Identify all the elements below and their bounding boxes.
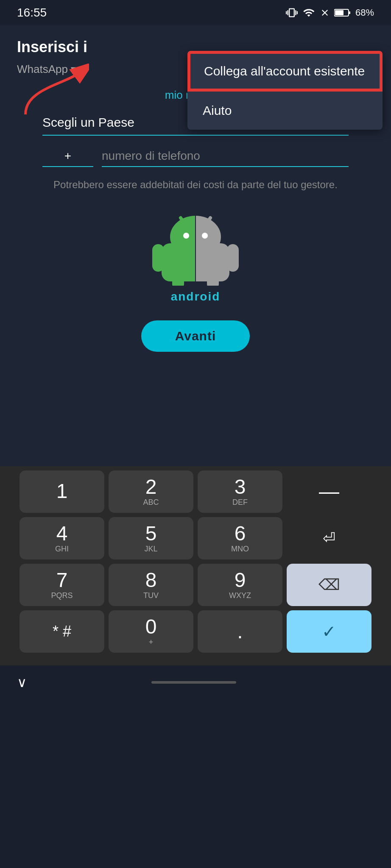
svg-rect-17: [227, 244, 239, 272]
arrow-container: [13, 64, 89, 120]
key-minus[interactable]: —: [287, 470, 371, 513]
help-label: Aiuto: [203, 103, 232, 117]
main-content: Inserisci i WhatsApp ▾ Collega all'accou…: [0, 25, 391, 466]
android-label: android: [171, 290, 221, 303]
key-5-main: 5: [145, 523, 157, 544]
battery-level: 68%: [355, 7, 374, 18]
status-icons: 68%: [286, 7, 374, 19]
svg-rect-11: [152, 244, 164, 272]
key-2[interactable]: 2 ABC: [109, 470, 193, 513]
keyboard-row-4: * # 0 + . ✓: [4, 610, 387, 653]
android-logo: [149, 209, 242, 286]
country-code-input[interactable]: [42, 146, 93, 167]
key-star-hash[interactable]: * #: [20, 610, 104, 653]
svg-rect-12: [172, 276, 184, 286]
key-3-main: 3: [235, 477, 246, 497]
svg-point-10: [183, 233, 189, 239]
svg-rect-2: [349, 11, 350, 14]
key-backspace-main: ⌫: [318, 577, 340, 593]
key-0[interactable]: 0 +: [109, 610, 193, 653]
carrier-info-text: Potrebbero essere addebitati dei costi d…: [34, 177, 357, 192]
wifi-icon: [302, 7, 316, 19]
key-4-sub: GHI: [55, 545, 69, 554]
key-6-sub: MNO: [231, 545, 249, 554]
key-enter-main: ⏎: [323, 531, 335, 546]
help-button[interactable]: Aiuto: [187, 92, 383, 130]
key-9-main: 9: [235, 570, 246, 590]
dropdown-item-link-account-wrapper: Collega all'account esistente: [187, 51, 383, 92]
key-confirm[interactable]: ✓: [287, 610, 371, 653]
key-dot-main: .: [237, 621, 243, 642]
key-8-main: 8: [145, 570, 157, 590]
link-account-button[interactable]: Collega all'account esistente: [187, 51, 383, 92]
key-5-sub: JKL: [144, 545, 157, 554]
key-7-sub: PQRS: [51, 591, 73, 600]
phone-row: [42, 146, 349, 167]
key-5[interactable]: 5 JKL: [109, 517, 193, 559]
key-0-main: 0: [145, 617, 157, 637]
key-enter[interactable]: ⏎: [287, 517, 371, 559]
avanti-button[interactable]: Avanti: [141, 320, 250, 352]
bottom-bar: ∨: [0, 665, 391, 699]
key-0-sub: +: [149, 638, 154, 647]
key-2-sub: ABC: [143, 498, 159, 507]
key-3-sub: DEF: [232, 498, 248, 507]
key-4-main: 4: [56, 523, 68, 544]
home-indicator: [151, 681, 236, 684]
keyboard-row-1: 1 2 ABC 3 DEF —: [4, 470, 387, 513]
key-7-main: 7: [56, 570, 68, 590]
key-star-hash-main: * #: [53, 624, 71, 639]
key-8[interactable]: 8 TUV: [109, 564, 193, 606]
key-7[interactable]: 7 PQRS: [20, 564, 104, 606]
status-bar: 16:55 68%: [0, 0, 391, 25]
key-dot[interactable]: .: [198, 610, 282, 653]
key-9[interactable]: 9 WXYZ: [198, 564, 282, 606]
key-1[interactable]: 1: [20, 470, 104, 513]
red-arrow-icon: [13, 64, 89, 119]
phone-number-input[interactable]: [102, 146, 349, 167]
keyboard-row-3: 7 PQRS 8 TUV 9 WXYZ ⌫: [4, 564, 387, 606]
key-3[interactable]: 3 DEF: [198, 470, 282, 513]
android-area: android: [17, 209, 374, 303]
vibrate-icon: [286, 7, 298, 19]
key-4[interactable]: 4 GHI: [20, 517, 104, 559]
keyboard-row-2: 4 GHI 5 JKL 6 MNO ⏎: [4, 517, 387, 559]
key-6-main: 6: [235, 523, 246, 544]
key-9-sub: WXYZ: [229, 591, 251, 600]
close-icon: [320, 8, 330, 18]
svg-rect-18: [207, 276, 219, 286]
battery-icon: [334, 8, 351, 18]
key-8-sub: TUV: [143, 591, 159, 600]
chevron-down-icon[interactable]: ∨: [17, 674, 27, 690]
svg-rect-1: [335, 10, 344, 15]
keyboard: 1 2 ABC 3 DEF — 4 GHI 5 JKL 6 MNO ⏎: [0, 466, 391, 665]
page-title: Inserisci i: [17, 38, 87, 56]
key-2-main: 2: [145, 477, 157, 497]
key-confirm-main: ✓: [322, 623, 336, 640]
key-6[interactable]: 6 MNO: [198, 517, 282, 559]
key-minus-main: —: [319, 481, 339, 502]
key-backspace[interactable]: ⌫: [287, 564, 371, 606]
status-time: 16:55: [17, 6, 47, 19]
link-account-label: Collega all'account esistente: [204, 64, 365, 78]
key-1-main: 1: [56, 481, 68, 501]
dropdown-menu: Collega all'account esistente Aiuto: [187, 51, 383, 130]
svg-point-16: [202, 233, 208, 239]
